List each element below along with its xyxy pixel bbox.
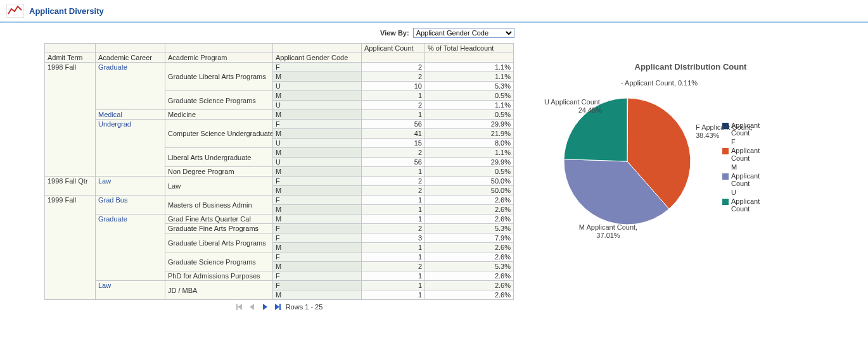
cell-gender: F	[273, 63, 362, 72]
legend-item: ApplicantCount	[722, 147, 760, 162]
th-gender-code[interactable]: Applicant Gender Code	[273, 53, 362, 63]
chart-area: Applicant Distribution Count - Applicant…	[539, 43, 843, 256]
cell-count: 1	[362, 205, 425, 214]
cell-gender: U	[273, 82, 362, 91]
pager-last-icon[interactable]	[273, 302, 282, 311]
cell-pct: 2.6%	[425, 243, 514, 252]
legend-swatch-icon	[722, 148, 729, 154]
cell-program: Grad Fine Arts Quarter Cal	[165, 214, 273, 224]
cell-pct: 0.5%	[425, 167, 514, 177]
page-header: Applicant Diversity	[0, 0, 868, 23]
cell-gender: M	[273, 290, 362, 300]
table-row: 1998 FallGraduateGraduate Liberal Arts P…	[45, 63, 514, 72]
cell-count: 2	[362, 63, 425, 72]
cell-count: 1	[362, 196, 425, 205]
cell-program: Graduate Science Programs	[165, 252, 273, 271]
cell-pct: 1.1%	[425, 72, 514, 82]
career-link[interactable]: Medical	[98, 111, 122, 118]
svg-marker-1	[238, 304, 242, 310]
cell-pct: 1.1%	[425, 148, 514, 158]
cell-count: 10	[362, 82, 425, 91]
cell-career: Undergrad	[96, 120, 165, 177]
career-link[interactable]: Law	[98, 177, 111, 185]
cell-program: Graduate Liberal Arts Programs	[165, 233, 273, 252]
cell-count: 1	[362, 110, 425, 120]
legend-item: ApplicantCount	[722, 197, 760, 213]
cell-career: Law	[96, 177, 165, 196]
cell-pct: 7.9%	[425, 233, 514, 243]
cell-gender: M	[273, 214, 362, 224]
legend-swatch-icon	[722, 199, 729, 205]
pager-first-icon[interactable]	[235, 302, 244, 311]
cell-career: Graduate	[96, 63, 165, 110]
viewby-select[interactable]: Applicant Gender Code	[413, 28, 514, 38]
th-pct-headcount[interactable]: % of Total Headcount	[425, 44, 514, 53]
cell-count: 1	[362, 271, 425, 281]
legend-swatch-icon	[722, 173, 729, 180]
cell-gender: M	[273, 91, 362, 101]
career-link[interactable]: Graduate	[98, 215, 127, 223]
svg-marker-3	[250, 304, 254, 310]
pie-label-f: F Applicant Count, 38.43%	[696, 123, 753, 140]
cell-pct: 50.0%	[425, 177, 514, 186]
svg-marker-4	[263, 304, 267, 310]
cell-career: Law	[96, 281, 165, 300]
applicant-table: Applicant Count % of Total Headcount Adm…	[44, 43, 514, 300]
th-spacer	[45, 44, 96, 53]
cell-pct: 2.6%	[425, 252, 514, 262]
cell-gender: F	[273, 177, 362, 186]
th-academic-career[interactable]: Academic Career	[96, 53, 165, 63]
pager-next-icon[interactable]	[260, 302, 269, 311]
pie-chart: - Applicant Count, 0.11% U Applicant Cou…	[539, 79, 716, 256]
cell-admit-term: 1998 Fall	[45, 63, 96, 177]
cell-program: Medicine	[165, 110, 273, 120]
cell-admit-term: 1998 Fall Qtr	[45, 177, 96, 196]
cell-count: 2	[362, 101, 425, 110]
pager-prev-icon[interactable]	[248, 302, 257, 311]
cell-count: 56	[362, 120, 425, 129]
cell-gender: M	[273, 110, 362, 120]
cell-gender: M	[273, 167, 362, 177]
cell-gender: F	[273, 271, 362, 281]
cell-program: Graduate Science Programs	[165, 91, 273, 110]
cell-pct: 5.3%	[425, 262, 514, 271]
pager-rows-text: Rows 1 - 25	[286, 303, 323, 311]
legend-text: ApplicantCount	[731, 147, 760, 162]
table-row: 1998 Fall QtrLawLawF250.0%	[45, 177, 514, 186]
pie-label-m: M Applicant Count, 37.01%	[570, 223, 646, 240]
th-academic-program[interactable]: Academic Program	[165, 53, 273, 63]
cell-program: Graduate Fine Arts Programs	[165, 224, 273, 233]
th-admit-term[interactable]: Admit Term	[45, 53, 96, 63]
career-link[interactable]: Law	[98, 282, 111, 289]
cell-gender: M	[273, 205, 362, 214]
cell-count: 2	[362, 148, 425, 158]
page-title: Applicant Diversity	[29, 6, 104, 16]
cell-count: 1	[362, 281, 425, 290]
career-link[interactable]: Graduate	[98, 63, 127, 71]
cell-count: 2	[362, 177, 425, 186]
cell-gender: F	[273, 281, 362, 290]
career-link[interactable]: Grad Bus	[98, 196, 127, 204]
cell-count: 2	[362, 186, 425, 196]
table-row: UndergradComputer Science UndergraduateF…	[45, 120, 514, 129]
svg-rect-6	[279, 304, 281, 310]
chart-title: Applicant Distribution Count	[539, 62, 843, 71]
cell-count: 41	[362, 129, 425, 139]
legend-text: M	[731, 163, 737, 171]
cell-program: JD / MBA	[165, 281, 273, 300]
legend-item: U	[722, 189, 760, 196]
pie-label-u: U Applicant Count, 24.45%	[532, 98, 602, 115]
svg-marker-5	[275, 304, 279, 310]
th-applicant-count[interactable]: Applicant Count	[362, 44, 425, 53]
cell-program: Law	[165, 177, 273, 196]
cell-gender: U	[273, 101, 362, 110]
cell-gender: M	[273, 262, 362, 271]
cell-pct: 2.6%	[425, 196, 514, 205]
th-spacer	[96, 44, 165, 53]
cell-career: Medical	[96, 110, 165, 120]
career-link[interactable]: Undergrad	[98, 120, 131, 128]
table-row: 1999 FallGrad BusMasters of Business Adm…	[45, 196, 514, 205]
th-blank	[425, 53, 514, 63]
table-row: MedicalMedicineM10.5%	[45, 110, 514, 120]
cell-count: 1	[362, 290, 425, 300]
